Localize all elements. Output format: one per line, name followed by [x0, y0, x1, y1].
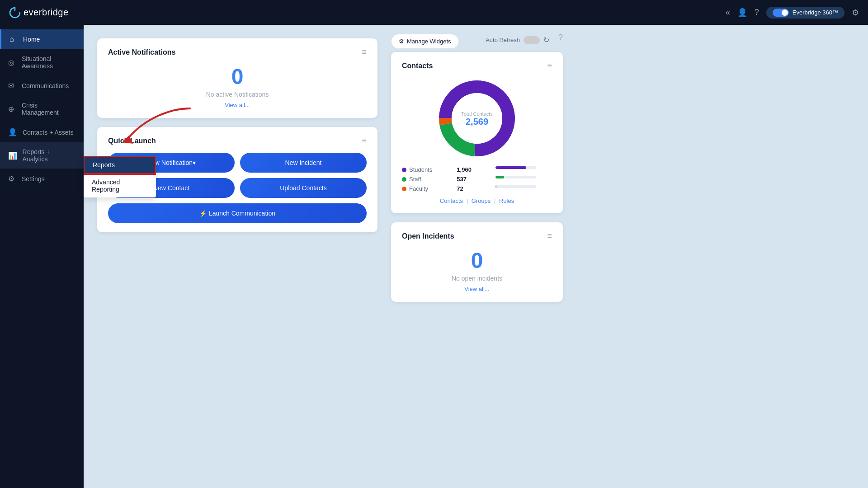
situational-awareness-icon: ◎ [8, 58, 16, 67]
sidebar-item-crisis-management[interactable]: ⊕ Crisis Management [0, 96, 84, 122]
faculty-dot [402, 187, 406, 191]
contacts-widget-header: Contacts ≡ [402, 61, 552, 70]
students-bar-fill [495, 166, 526, 169]
open-incidents-header: Open Incidents ≡ [402, 231, 552, 241]
submenu-item-reports[interactable]: Reports [84, 156, 156, 174]
donut-chart-container: Total Contacts 2,569 [402, 78, 552, 159]
groups-link[interactable]: Groups [472, 197, 491, 204]
new-incident-button[interactable]: New Incident [240, 153, 367, 173]
sidebar-item-settings-label: Settings [22, 175, 45, 183]
contacts-link[interactable]: Contacts [440, 197, 463, 204]
quick-launch-header: Quick Launch ≡ [108, 136, 367, 145]
students-count: 1,960 [457, 166, 491, 173]
sidebar: « ⌂ Home ◎ Situational Awareness ✉ Commu… [0, 25, 84, 488]
sidebar-item-home-label: Home [23, 36, 40, 43]
faculty-bar [495, 185, 536, 188]
logo-text: everbridge [24, 7, 69, 18]
donut-label: Total Contacts [461, 111, 493, 117]
logo[interactable]: everbridge [9, 7, 69, 19]
right-widgets: Contacts ≡ [391, 52, 563, 302]
sidebar-item-settings[interactable]: ⚙ Settings [0, 169, 84, 189]
communications-icon: ✉ [8, 81, 16, 90]
open-incidents-widget: Open Incidents ≡ 0 No open incidents Vie… [391, 222, 563, 302]
active-notifications-menu-icon[interactable]: ≡ [362, 47, 367, 57]
open-incidents-count: 0 [402, 248, 552, 273]
notifications-viewall: View all... [108, 101, 367, 109]
settings-nav-icon: ⚙ [8, 174, 16, 183]
contacts-assets-icon: 👤 [8, 128, 17, 136]
help-icon[interactable]: ? [755, 8, 759, 17]
separator-1: | [467, 197, 470, 204]
staff-dot [402, 177, 406, 182]
students-label: Students [409, 166, 436, 173]
legend-item-staff: Staff [402, 176, 452, 183]
contacts-legend: Students 1,960 Staff 537 [402, 166, 552, 192]
toggle-switch[interactable] [773, 9, 789, 17]
main-content: Active Notifications ≡ 0 No active Notif… [84, 25, 868, 488]
staff-bar-fill [495, 176, 504, 178]
legend-item-students: Students [402, 166, 452, 173]
toggle-label: Everbridge 360™ [793, 9, 838, 16]
sidebar-item-situational-awareness[interactable]: ◎ Situational Awareness [0, 49, 84, 75]
active-notifications-widget: Active Notifications ≡ 0 No active Notif… [97, 38, 377, 118]
students-dot [402, 168, 406, 172]
toggle-knob [782, 9, 788, 16]
active-notifications-title: Active Notifications [108, 48, 175, 56]
settings-icon[interactable]: ⚙ [852, 8, 859, 18]
sidebar-item-reports-analytics-label: Reports + Analytics [23, 148, 75, 163]
contacts-widget-title: Contacts [402, 62, 433, 70]
sidebar-item-situational-awareness-label: Situational Awareness [22, 55, 75, 70]
manage-widgets-label: Manage Widgets [407, 38, 451, 45]
sidebar-item-contacts-assets[interactable]: 👤 Contacts + Assets [0, 122, 84, 142]
sidebar-item-communications-label: Communications [22, 82, 69, 89]
home-icon: ⌂ [9, 35, 18, 43]
user-icon[interactable]: 👤 [737, 8, 747, 18]
active-notifications-header: Active Notifications ≡ [108, 47, 367, 57]
logo-icon [9, 7, 21, 19]
open-incidents-viewall: View all... [402, 285, 552, 293]
left-column: Active Notifications ≡ 0 No active Notif… [97, 38, 377, 474]
notifications-count-container: 0 [108, 64, 367, 89]
auto-refresh-label: Auto Refresh [486, 37, 520, 43]
legend-item-faculty: Faculty [402, 185, 452, 192]
sidebar-item-home[interactable]: ⌂ Home [0, 29, 84, 49]
contacts-widget-menu-icon[interactable]: ≡ [547, 61, 552, 70]
sidebar-item-communications[interactable]: ✉ Communications [0, 75, 84, 96]
open-incidents-menu-icon[interactable]: ≡ [547, 231, 552, 241]
refresh-icon[interactable]: ↻ [543, 36, 549, 44]
sidebar-item-reports-analytics[interactable]: 📊 Reports + Analytics [0, 142, 84, 169]
launch-communication-button[interactable]: ⚡ Launch Communication [108, 203, 367, 223]
submenu-item-advanced-reporting[interactable]: Advanced Reporting [84, 174, 156, 197]
open-incidents-title: Open Incidents [402, 232, 454, 240]
notifications-viewall-link[interactable]: View all... [225, 102, 250, 108]
auto-refresh-toggle[interactable] [524, 36, 540, 44]
manage-widgets-icon: ⚙ [399, 38, 404, 45]
donut-count: 2,569 [466, 117, 488, 127]
manage-widgets-button[interactable]: ⚙ Manage Widgets [391, 34, 459, 49]
donut-chart: Total Contacts 2,569 [427, 78, 527, 159]
staff-bar [495, 176, 536, 178]
contacts-links: Contacts | Groups | Rules [402, 197, 552, 204]
staff-label: Staff [409, 176, 436, 183]
contacts-widget: Contacts ≡ [391, 52, 563, 213]
layout: « ⌂ Home ◎ Situational Awareness ✉ Commu… [0, 0, 868, 488]
help-right-icon[interactable]: ? [558, 33, 563, 42]
faculty-bar-fill [495, 185, 497, 188]
collapse-icon[interactable]: « [726, 8, 730, 17]
quick-launch-menu-icon[interactable]: ≡ [362, 136, 367, 145]
open-incidents-viewall-link[interactable]: View all... [464, 286, 489, 292]
notifications-description: No active Notifications [108, 91, 367, 98]
upload-contacts-button[interactable]: Upload Contacts [240, 178, 367, 198]
quick-launch-title: Quick Launch [108, 137, 156, 145]
faculty-label: Faculty [409, 185, 436, 192]
toggle-container[interactable]: Everbridge 360™ [766, 7, 844, 19]
reports-analytics-icon: 📊 [8, 151, 17, 160]
rules-link[interactable]: Rules [499, 197, 514, 204]
sidebar-item-contacts-assets-label: Contacts + Assets [23, 129, 73, 136]
topbar: everbridge « 👤 ? Everbridge 360™ ⚙ [0, 0, 868, 25]
sidebar-item-crisis-management-label: Crisis Management [22, 102, 75, 116]
auto-refresh-container: Auto Refresh ↻ [486, 36, 549, 44]
notifications-count: 0 [108, 64, 367, 89]
topbar-right: « 👤 ? Everbridge 360™ ⚙ [726, 7, 859, 19]
submenu: Reports Advanced Reporting [84, 156, 156, 197]
